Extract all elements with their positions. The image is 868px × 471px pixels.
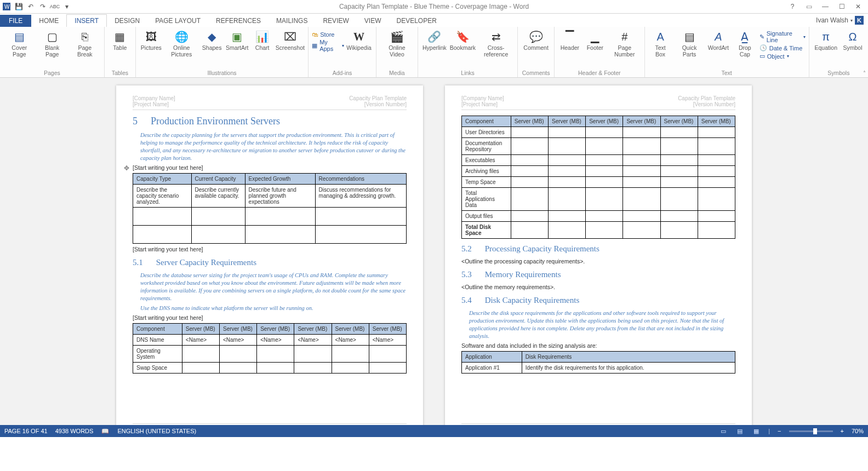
status-page[interactable]: PAGE 16 OF 41 — [4, 428, 48, 434]
td[interactable]: Describe the capacity scenario analyzed. — [133, 185, 192, 208]
object-button[interactable]: ▭Object▾ — [760, 53, 789, 60]
maximize-icon[interactable]: ☐ — [834, 2, 849, 12]
save-icon[interactable]: 💾 — [14, 2, 23, 11]
ribbon-display-icon[interactable]: ▭ — [801, 2, 816, 12]
group-tables: ▦Table Tables — [105, 27, 136, 77]
zoom-in-icon[interactable]: + — [841, 428, 844, 434]
td[interactable]: <Name> — [294, 335, 332, 346]
header-button[interactable]: ▔Header — [558, 28, 582, 52]
td[interactable]: Total Disk Space — [462, 222, 511, 239]
read-mode-icon[interactable]: ▭ — [719, 427, 728, 435]
date-time-button[interactable]: 🕓Date & Time — [760, 44, 803, 51]
hyperlink-button[interactable]: 🔗Hyperlink — [421, 28, 448, 52]
status-language[interactable]: ENGLISH (UNITED STATES) — [117, 428, 196, 434]
redo-icon[interactable]: ↷ — [38, 2, 47, 11]
td[interactable]: Temp Space — [462, 177, 511, 188]
td[interactable]: Documentation Repository — [462, 138, 511, 155]
page-left[interactable]: [Company Name] [Project Name] Capacity P… — [116, 85, 423, 425]
td[interactable]: Describe currently available capacity. — [191, 185, 245, 208]
tab-references[interactable]: REFERENCES — [208, 15, 269, 27]
component-table[interactable]: Component Server (MB) Server (MB) Server… — [133, 323, 407, 374]
td[interactable]: <Name> — [332, 335, 369, 346]
tab-developer[interactable]: DEVELOPER — [389, 15, 444, 27]
web-layout-icon[interactable]: ▦ — [752, 427, 761, 435]
footer-button[interactable]: ▁Footer — [583, 28, 607, 52]
proofing-icon[interactable]: 📖 — [101, 427, 110, 435]
td[interactable]: <Name> — [257, 335, 294, 346]
cross-reference-button[interactable]: ⇄Cross-reference — [478, 28, 514, 59]
page-right[interactable]: [Company Name] [Project Name] Capacity P… — [445, 85, 752, 425]
tab-review[interactable]: REVIEW — [315, 15, 356, 27]
td[interactable]: <Name> — [369, 335, 406, 346]
blank-page-button[interactable]: ▢Blank Page — [37, 28, 68, 59]
td[interactable]: <Name> — [182, 335, 219, 346]
undo-icon[interactable]: ↶ — [26, 2, 35, 11]
quick-parts-button[interactable]: ▤Quick Parts — [673, 28, 705, 59]
td[interactable]: Application #1 — [462, 363, 522, 374]
application-table[interactable]: Application Disk Requirements Applicatio… — [461, 351, 735, 374]
pictures-button[interactable]: 🖼Pictures — [139, 28, 163, 52]
equation-button[interactable]: πEquation — [813, 28, 840, 52]
td[interactable]: Describe future and planned growth expec… — [245, 185, 315, 208]
chart-button[interactable]: 📊Chart — [250, 28, 275, 52]
my-apps-button[interactable]: ▦My Apps▾ — [312, 39, 344, 52]
zoom-out-icon[interactable]: − — [778, 428, 781, 434]
table-anchor-icon[interactable]: ✥ — [124, 164, 129, 172]
online-pictures-button[interactable]: 🌐Online Pictures — [164, 28, 199, 59]
th: Server (MB) — [332, 324, 369, 335]
quick-access-toolbar: W 💾 ↶ ↷ ABC ▾ — [2, 2, 71, 11]
td[interactable]: User Directories — [462, 127, 511, 138]
help-icon[interactable]: ? — [785, 2, 800, 12]
shapes-button[interactable]: ◆Shapes — [200, 28, 224, 52]
td[interactable]: <Name> — [220, 335, 257, 346]
tab-mailings[interactable]: MAILINGS — [269, 15, 315, 27]
signature-line-button[interactable]: ✎Signature Line▾ — [760, 30, 806, 43]
td[interactable]: Identify the disk requirements for this … — [522, 363, 735, 374]
store-button[interactable]: 🛍Store — [312, 31, 334, 38]
close-icon[interactable]: ✕ — [850, 2, 866, 12]
td[interactable]: DNS Name — [133, 335, 182, 346]
tab-view[interactable]: VIEW — [357, 15, 389, 27]
td[interactable]: Archiving files — [462, 166, 511, 177]
td[interactable]: Discuss recommendations for managing & a… — [315, 185, 406, 208]
text-box-button[interactable]: AText Box — [648, 28, 673, 59]
page-number-button[interactable]: #Page Number — [608, 28, 641, 59]
td[interactable]: Output files — [462, 211, 511, 222]
tab-page-layout[interactable]: PAGE LAYOUT — [147, 15, 208, 27]
online-video-button[interactable]: 🎬Online Video — [380, 28, 414, 59]
screenshot-button[interactable]: ⌧Screenshot — [276, 28, 305, 52]
vertical-scrollbar[interactable] — [859, 78, 868, 425]
print-layout-icon[interactable]: ▤ — [735, 427, 744, 435]
document-area[interactable]: [Company Name] [Project Name] Capacity P… — [0, 78, 868, 425]
bookmark-button[interactable]: 🔖Bookmark — [449, 28, 477, 52]
table-button[interactable]: ▦Table — [108, 28, 132, 52]
collapse-ribbon-icon[interactable]: ˄ — [863, 70, 866, 76]
tab-design[interactable]: DESIGN — [107, 15, 147, 27]
minimize-icon[interactable]: — — [818, 2, 833, 12]
td[interactable]: Swap Space — [133, 363, 182, 374]
spellcheck-icon[interactable]: ABC — [50, 2, 59, 11]
td[interactable]: Operating System — [133, 346, 182, 363]
td[interactable]: Total Applications Data — [462, 188, 511, 211]
tab-insert[interactable]: INSERT — [66, 14, 107, 27]
drop-cap-button[interactable]: A̲Drop Cap — [732, 28, 758, 59]
tab-home[interactable]: HOME — [31, 15, 66, 27]
zoom-slider[interactable] — [789, 430, 833, 432]
word-app-icon[interactable]: W — [2, 2, 11, 11]
tab-file[interactable]: FILE — [0, 15, 31, 27]
status-words[interactable]: 4938 WORDS — [55, 428, 94, 434]
wordart-button[interactable]: AWordArt — [706, 28, 730, 52]
qat-customize-icon[interactable]: ▾ — [62, 2, 71, 11]
component-table-2[interactable]: Component Server (MB) Server (MB) Server… — [461, 116, 735, 239]
wikipedia-button[interactable]: WWikipedia — [345, 28, 373, 52]
td[interactable]: Executables — [462, 155, 511, 166]
zoom-level[interactable]: 70% — [852, 428, 864, 434]
cover-page-button[interactable]: ▤Cover Page — [3, 28, 36, 59]
intro-paragraph: Describe the capacity planning for the s… — [140, 131, 407, 162]
page-break-button[interactable]: ⎘Page Break — [69, 28, 101, 59]
symbol-button[interactable]: ΩSymbol — [841, 28, 865, 52]
comment-button[interactable]: 💬Comment — [521, 28, 551, 52]
smartart-button[interactable]: ▣SmartArt — [225, 28, 249, 52]
capacity-table[interactable]: Capacity Type Current Capacity Expected … — [133, 173, 407, 244]
user-account[interactable]: Ivan Walsh ▾ K — [812, 14, 868, 27]
